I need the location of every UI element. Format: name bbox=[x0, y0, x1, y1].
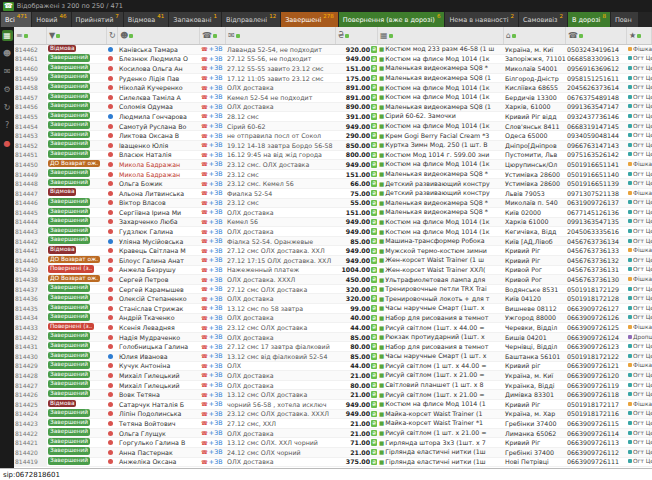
call-link[interactable]: +ЗВ bbox=[209, 371, 223, 378]
order-row[interactable]: 814433 Повернені (з.. Ксенія Левадняя ☎+… bbox=[14, 323, 652, 333]
order-row[interactable]: 814440 ДО Возврат ож. Білоус Галина Анат… bbox=[14, 256, 652, 266]
status-tab[interactable]: Всі 471 bbox=[1, 12, 31, 27]
column-header[interactable]: ₴ bbox=[336, 27, 378, 44]
status-tab[interactable]: Нема в наявності 2 bbox=[445, 12, 518, 27]
customer-name[interactable]: Кравець Світлана М bbox=[118, 246, 200, 255]
status-tab[interactable]: Повернення (вже в дорозі) 6 bbox=[339, 12, 445, 27]
call-link[interactable]: +ЗВ bbox=[209, 429, 223, 436]
order-row[interactable]: 814441 Відмова Кравець Світлана М ☎+ЗВ 2… bbox=[14, 246, 652, 256]
customer-name[interactable]: Ольга Глущук bbox=[118, 429, 200, 438]
column-header[interactable]: ✉ bbox=[226, 27, 336, 44]
call-link[interactable]: +ЗВ bbox=[209, 439, 223, 446]
call-link[interactable]: +ЗВ bbox=[209, 180, 223, 187]
order-row[interactable]: 814419 Завершений Анжеліка Оксана ☎+ЗВ О… bbox=[14, 458, 652, 468]
sidebar-icon[interactable]: ▦ bbox=[2, 30, 13, 41]
order-row[interactable]: 814457 Завершений Силелєва Таміла А ☎+ЗВ… bbox=[14, 93, 652, 103]
call-link[interactable]: +ЗВ bbox=[209, 132, 223, 139]
call-link[interactable]: +ЗВ bbox=[209, 151, 223, 158]
order-row[interactable]: 814431 Завершений Голобницька Галина ☎+З… bbox=[14, 342, 652, 352]
order-row[interactable]: 814429 Завершений Кучук Антоніна ☎+ЗВ ОЛ… bbox=[14, 362, 652, 372]
customer-name[interactable]: Силелєва Таміла А bbox=[118, 93, 200, 102]
status-tab[interactable]: Відправлені 12 bbox=[222, 12, 280, 27]
order-row[interactable]: 814447 Відмова Альона Литвинська ☎+ЗВ Фи… bbox=[14, 189, 652, 199]
call-link[interactable]: +ЗВ bbox=[209, 141, 223, 148]
customer-name[interactable]: Тетяна Войтович bbox=[118, 419, 200, 428]
status-tab[interactable]: Відмова 41 bbox=[124, 12, 168, 27]
order-row[interactable]: 814426 Завершений Вовк Тетяна ☎+ЗВ 13.12… bbox=[14, 390, 652, 400]
customer-name[interactable]: Ніколай Кучеренко bbox=[118, 83, 200, 92]
customer-name[interactable]: Вовк Тетяна bbox=[118, 390, 200, 399]
order-row[interactable]: 814434 Завершений Андрій Ткаченко ☎+ЗВ О… bbox=[14, 314, 652, 324]
order-row[interactable]: 814455 Завершений Людмила Гончарова ☎+ЗВ… bbox=[14, 112, 652, 122]
order-row[interactable]: 814459 Завершений Руденко Лідія Пав ☎+ЗВ… bbox=[14, 74, 652, 84]
call-link[interactable]: +ЗВ bbox=[209, 189, 223, 196]
column-header[interactable]: ☎ bbox=[200, 27, 226, 44]
order-row[interactable]: 814446 Завершений Віктор Власов ☎+ЗВ 23.… bbox=[14, 199, 652, 209]
order-row[interactable]: 814427 Завершений Михаіл Гилецький ☎+ЗВ … bbox=[14, 381, 652, 391]
customer-name[interactable]: Анна Пастернак bbox=[118, 448, 200, 457]
order-row[interactable]: 814436 Завершений Олексій Степаненко ☎+З… bbox=[14, 294, 652, 304]
status-tab[interactable]: В дорозі 8 bbox=[568, 12, 610, 27]
call-link[interactable]: +ЗВ bbox=[209, 314, 223, 321]
column-header[interactable]: ↻ bbox=[107, 27, 118, 44]
customer-name[interactable]: Блезнюк Людмила О bbox=[118, 54, 200, 63]
status-tab[interactable]: Запаковані 1 bbox=[169, 12, 221, 27]
status-tab[interactable]: Завершені 278 bbox=[281, 12, 338, 27]
call-link[interactable]: +ЗВ bbox=[209, 247, 223, 254]
order-row[interactable]: 814420 Завершений Анна Пастернак ☎+ЗВ 24… bbox=[14, 448, 652, 458]
call-link[interactable]: +ЗВ bbox=[209, 103, 223, 110]
customer-name[interactable]: Горгулько Галина В bbox=[118, 438, 200, 447]
order-row[interactable]: 814435 Завершений Станіслав Стрижак ☎+ЗВ… bbox=[14, 304, 652, 314]
call-link[interactable]: +ЗВ bbox=[209, 112, 223, 119]
call-link[interactable]: +ЗВ bbox=[209, 266, 223, 273]
call-link[interactable]: +ЗВ bbox=[209, 256, 223, 263]
sidebar-icon[interactable]: ⚙ bbox=[2, 84, 13, 95]
call-link[interactable]: +ЗВ bbox=[209, 93, 223, 100]
customer-name[interactable]: Власюк Наталія bbox=[118, 150, 200, 159]
order-row[interactable]: 814425 Відмова Сатарчук Наталія Б ☎+ЗВ ч… bbox=[14, 400, 652, 410]
customer-name[interactable]: Надія Мудраченко bbox=[118, 333, 200, 342]
sidebar-icon[interactable]: ↻ bbox=[2, 102, 13, 113]
customer-name[interactable]: Ліпін Подолинська bbox=[118, 409, 200, 418]
customer-name[interactable]: Сергей Петров bbox=[118, 275, 200, 284]
customer-name[interactable]: Альона Литвинська bbox=[118, 189, 200, 198]
order-row[interactable]: 814432 Завершений Надія Мудраченко ☎+ЗВ … bbox=[14, 333, 652, 343]
call-link[interactable]: +ЗВ bbox=[209, 122, 223, 129]
order-row[interactable]: 814438 ДО Возврат ож. Сергей Петров ☎+ЗВ… bbox=[14, 275, 652, 285]
call-link[interactable]: +ЗВ bbox=[209, 199, 223, 206]
order-row[interactable]: 814421 Завершений Горгулько Галина В ☎+З… bbox=[14, 438, 652, 448]
order-row[interactable]: 814449 Завершений Микола Бадражан ☎+ЗВ 2… bbox=[14, 170, 652, 180]
call-link[interactable]: +ЗВ bbox=[209, 170, 223, 177]
order-row[interactable]: 814450 ДО Возврат ож. Микола Бадражан ☎+… bbox=[14, 160, 652, 170]
call-link[interactable]: +ЗВ bbox=[209, 237, 223, 244]
call-link[interactable]: +ЗВ bbox=[209, 208, 223, 215]
order-row[interactable]: 814442 Завершений Уліяна Мусійовська ☎+З… bbox=[14, 237, 652, 247]
call-link[interactable]: +ЗВ bbox=[209, 295, 223, 302]
status-tab[interactable]: Прийнятий 7 bbox=[72, 12, 123, 27]
order-row[interactable]: 814461 Завершений Блезнюк Людмила О ☎+ЗВ… bbox=[14, 55, 652, 65]
call-link[interactable]: +ЗВ bbox=[209, 333, 223, 340]
order-row[interactable]: 814456 Завершений Соломія Одумаа ☎+ЗВ ОЛ… bbox=[14, 103, 652, 113]
sidebar-icon[interactable]: ● bbox=[2, 138, 13, 149]
customer-name[interactable]: Віктор Власов bbox=[118, 198, 200, 207]
customer-name[interactable]: Анжела Безрушу bbox=[118, 265, 200, 274]
column-header[interactable]: ⌂ bbox=[504, 27, 566, 44]
customer-name[interactable]: Канівська Тамара bbox=[118, 45, 200, 54]
order-row[interactable]: 814423 Завершений Тетяна Войтович ☎+ЗВ 2… bbox=[14, 419, 652, 429]
customer-name[interactable]: Андрій Ткаченко bbox=[118, 313, 200, 322]
status-tab[interactable]: Самовивіз 2 bbox=[519, 12, 567, 27]
order-row[interactable]: 814437 Завершений Сергей Карамышев ☎+ЗВ … bbox=[14, 285, 652, 295]
column-header[interactable]: ▼ bbox=[47, 27, 107, 44]
sidebar-icon[interactable]: ✉ bbox=[2, 66, 13, 77]
order-row[interactable]: 814460 Завершений Косилова Ольга Ан ☎+ЗВ… bbox=[14, 64, 652, 74]
call-link[interactable]: +ЗВ bbox=[209, 448, 223, 455]
customer-name[interactable]: Захарченко Люба bbox=[118, 217, 200, 226]
call-link[interactable]: +ЗВ bbox=[209, 84, 223, 91]
customer-name[interactable]: Ксенія Левадняя bbox=[118, 323, 200, 332]
call-link[interactable]: +ЗВ bbox=[209, 160, 223, 167]
sidebar-icon[interactable]: ☻ bbox=[2, 48, 13, 59]
sidebar-icon[interactable]: ? bbox=[2, 120, 13, 131]
customer-name[interactable]: Ликтова Оксана В bbox=[118, 131, 200, 140]
call-link[interactable]: +ЗВ bbox=[209, 304, 223, 311]
phone-icon[interactable]: ☎ bbox=[3, 2, 14, 11]
